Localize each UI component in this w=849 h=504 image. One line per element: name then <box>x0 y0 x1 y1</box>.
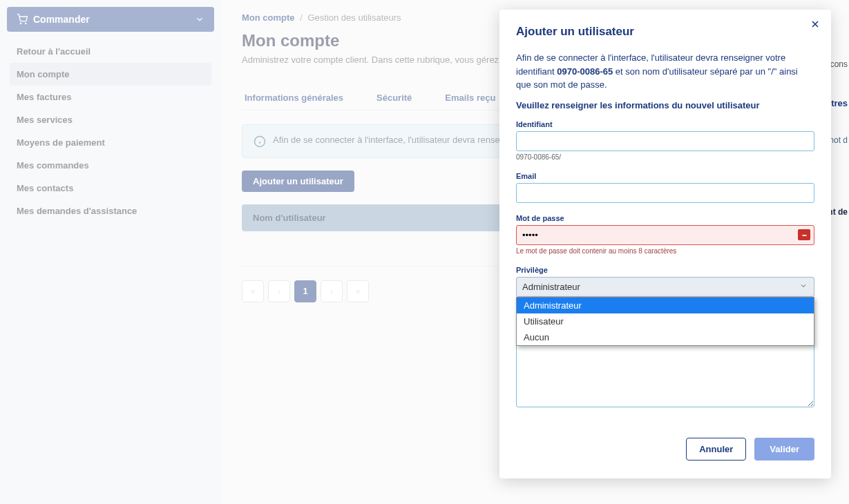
label-privilege: Privilège <box>516 266 814 274</box>
add-user-modal: Ajouter un utilisateur Afin de se connec… <box>499 10 831 478</box>
nav-item-invoices[interactable]: Mes factures <box>10 86 211 108</box>
nav-item-contacts[interactable]: Mes contacts <box>10 177 211 200</box>
nav-item-orders[interactable]: Mes commandes <box>10 154 211 177</box>
form-group-privilege: Privilège Administrateur Administrateur … <box>516 266 814 297</box>
option-admin[interactable]: Administrateur <box>517 298 814 313</box>
tab-emails[interactable]: Emails reçu <box>442 86 498 110</box>
modal-subtitle: Veuillez renseigner les informations du … <box>516 100 814 110</box>
commander-label: Commander <box>33 14 90 25</box>
commander-button[interactable]: Commander <box>7 7 214 32</box>
modal-close-button[interactable] <box>808 17 823 32</box>
sidebar: Commander Retour à l'accueil Mon compte … <box>0 0 221 504</box>
password-manager-icon[interactable] <box>798 229 810 240</box>
hint-password: Le mot de passe doit contenir au moins 8… <box>516 247 814 255</box>
page-last[interactable]: » <box>347 280 369 302</box>
svg-point-0 <box>20 23 21 23</box>
nav-list: Retour à l'accueil Mon compte Mes factur… <box>7 40 214 222</box>
form-group-identifiant: Identifiant 0970-0086-65/ <box>516 120 814 161</box>
breadcrumb-root[interactable]: Mon compte <box>242 12 295 23</box>
page-first[interactable]: « <box>242 280 264 302</box>
close-icon <box>810 19 821 30</box>
cart-icon <box>17 14 28 25</box>
label-password: Mot de passe <box>516 214 814 222</box>
form-group-notes <box>516 338 814 410</box>
nav-item-support[interactable]: Mes demandes d'assistance <box>10 200 211 222</box>
input-identifiant[interactable] <box>516 131 814 151</box>
option-none[interactable]: Aucun <box>517 329 814 345</box>
info-icon <box>254 135 266 148</box>
nav-item-home[interactable]: Retour à l'accueil <box>10 40 211 63</box>
modal-title: Ajouter un utilisateur <box>516 25 814 39</box>
nav-item-services[interactable]: Mes services <box>10 108 211 131</box>
nav-item-account[interactable]: Mon compte <box>10 63 211 86</box>
label-identifiant: Identifiant <box>516 120 814 128</box>
textarea-notes[interactable] <box>516 338 814 407</box>
banner-peek-2: cons <box>830 59 848 69</box>
add-user-button[interactable]: Ajouter un utilisateur <box>242 171 354 192</box>
chevron-down-icon <box>195 14 204 24</box>
cancel-button[interactable]: Annuler <box>686 438 746 461</box>
input-email[interactable] <box>516 183 814 203</box>
table-col-username: Nom d'utilisateur <box>253 213 326 223</box>
tab-security[interactable]: Sécurité <box>374 86 414 110</box>
breadcrumb-current: Gestion des utilisateurs <box>307 12 401 23</box>
svg-point-1 <box>26 23 26 23</box>
select-privilege[interactable]: Administrateur <box>516 277 814 297</box>
breadcrumb-sep: / <box>300 12 303 23</box>
modal-identifier: 0970-0086-65 <box>557 66 613 77</box>
privilege-dropdown: Administrateur Utilisateur Aucun <box>516 297 814 346</box>
nav-item-payment[interactable]: Moyens de paiement <box>10 131 211 154</box>
option-user[interactable]: Utilisateur <box>517 313 814 329</box>
form-group-password: Mot de passe Le mot de passe doit conten… <box>516 214 814 255</box>
page-1[interactable]: 1 <box>294 280 316 302</box>
input-password[interactable] <box>516 225 814 245</box>
label-email: Email <box>516 172 814 180</box>
modal-actions: Annuler Valider <box>516 438 814 461</box>
modal-intro-text: Afin de se connecter à l'interface, l'ut… <box>516 51 814 92</box>
select-privilege-value: Administrateur <box>522 282 580 292</box>
hint-identifiant: 0970-0086-65/ <box>516 153 814 161</box>
page-prev[interactable]: ‹ <box>268 280 290 302</box>
form-group-email: Email <box>516 172 814 203</box>
page-next[interactable]: › <box>321 280 343 302</box>
info-banner-text: Afin de se connecter à l'interface, l'ut… <box>273 135 517 145</box>
tab-general[interactable]: Informations générales <box>242 86 346 110</box>
submit-button[interactable]: Valider <box>754 438 814 461</box>
